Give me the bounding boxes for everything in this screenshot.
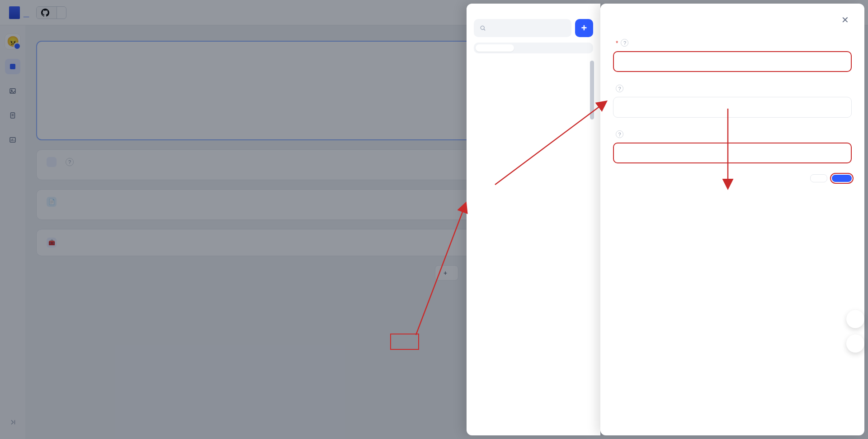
api-key-input[interactable] bbox=[613, 51, 852, 72]
field-org-id: ? bbox=[613, 85, 852, 118]
field-api-key: * ? bbox=[613, 39, 852, 72]
tool-create-button[interactable]: + bbox=[575, 19, 593, 37]
close-button[interactable]: ✕ bbox=[839, 14, 852, 26]
svg-point-17 bbox=[481, 26, 484, 29]
help-icon[interactable]: ? bbox=[616, 130, 623, 138]
assistant-button[interactable] bbox=[846, 334, 864, 353]
field-base-url: ? bbox=[613, 130, 852, 163]
tool-tabs bbox=[474, 43, 593, 53]
float-actions bbox=[846, 310, 864, 353]
base-url-input[interactable] bbox=[613, 143, 852, 163]
help-icon[interactable]: ? bbox=[621, 39, 628, 47]
help-icon[interactable]: ? bbox=[616, 85, 623, 92]
cancel-button[interactable] bbox=[810, 174, 827, 182]
tool-search[interactable] bbox=[474, 19, 571, 37]
required-mark: * bbox=[616, 39, 618, 47]
translate-button[interactable] bbox=[846, 310, 864, 328]
tool-panel: + bbox=[467, 4, 600, 435]
tab-builtin[interactable] bbox=[514, 44, 552, 52]
svg-line-18 bbox=[484, 29, 485, 30]
tool-list[interactable] bbox=[472, 58, 595, 435]
tab-all[interactable] bbox=[476, 44, 514, 52]
tool-panel-title bbox=[472, 11, 595, 19]
remove-button[interactable] bbox=[613, 175, 617, 182]
search-icon bbox=[479, 24, 486, 32]
org-id-input[interactable] bbox=[613, 97, 852, 118]
tab-custom[interactable] bbox=[553, 44, 591, 52]
scrollbar-thumb[interactable] bbox=[590, 61, 594, 119]
save-button[interactable] bbox=[832, 175, 852, 182]
tool-search-input[interactable] bbox=[490, 24, 566, 32]
auth-panel: ✕ * ? ? ? bbox=[600, 4, 864, 435]
